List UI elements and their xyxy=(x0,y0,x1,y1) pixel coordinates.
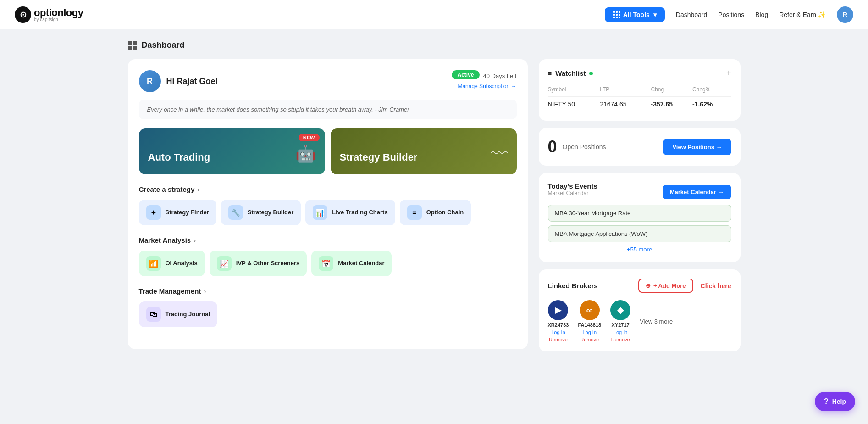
logo-icon: ⊙ xyxy=(15,6,31,23)
broker-login-xy[interactable]: Log In xyxy=(614,329,628,335)
events-subtitle: Market Calendar xyxy=(548,190,597,196)
positions-count: 0 xyxy=(548,137,557,156)
status-badge: Active xyxy=(452,70,479,79)
positions-content: 0 Open Positions View Positions → xyxy=(548,137,731,156)
watchlist-col-ltp: LTP xyxy=(600,84,651,97)
trade-management-header[interactable]: Trade Management › xyxy=(139,287,517,295)
ivp-label: IVP & Other Screeners xyxy=(236,260,300,268)
watchlist-col-symbol: Symbol xyxy=(548,84,600,97)
chevron-down-icon: ▾ xyxy=(653,11,657,18)
user-subscription: Active 40 Days Left Manage Subscription … xyxy=(452,70,516,89)
market-calendar-card[interactable]: 📅 Market Calendar xyxy=(311,251,392,276)
broker-login-xr[interactable]: Log In xyxy=(551,329,565,335)
live-charts-icon: 📊 xyxy=(313,205,327,220)
navbar: ⊙ optionlogy by capitsign All Tools ▾ Da… xyxy=(0,0,868,29)
market-calendar-button[interactable]: Market Calendar → xyxy=(663,185,731,199)
broker-login-fa[interactable]: Log In xyxy=(582,329,597,335)
more-events[interactable]: +55 more xyxy=(548,246,731,253)
robot-icon: 🤖 xyxy=(295,144,316,163)
logo[interactable]: ⊙ optionlogy by capitsign xyxy=(15,6,83,23)
trading-journal-card[interactable]: 🛍 Trading Journal xyxy=(139,301,218,327)
strategy-builder-card[interactable]: Strategy Builder 〰 xyxy=(331,128,517,174)
market-analysis-header[interactable]: Market Analysis › xyxy=(139,236,517,244)
journal-icon: 🛍 xyxy=(146,307,161,322)
market-analysis-label: Market Analysis xyxy=(139,236,191,244)
ivp-screeners-card[interactable]: 📈 IVP & Other Screeners xyxy=(210,251,307,276)
broker-remove-xr[interactable]: Remove xyxy=(549,337,568,342)
new-badge: NEW xyxy=(299,134,320,141)
nav-right: All Tools ▾ Dashboard Positions Blog Ref… xyxy=(605,6,853,23)
oi-analysis-icon: 📶 xyxy=(146,256,161,271)
chart-icon: 〰 xyxy=(491,144,508,163)
nav-positions[interactable]: Positions xyxy=(718,11,744,18)
trade-management-section: Trade Management › 🛍 Trading Journal xyxy=(139,287,517,327)
broker-xy2717: ◆ XY2717 Log In Remove xyxy=(610,300,630,342)
hero-cards: Auto Trading 🤖 NEW Strategy Builder 〰 xyxy=(139,128,517,174)
events-title-block: Today's Events Market Calendar xyxy=(548,182,597,202)
live-trading-charts-card[interactable]: 📊 Live Trading Charts xyxy=(305,200,395,225)
trade-management-arrow: › xyxy=(204,287,206,295)
layout: R Hi Rajat Goel Active 40 Days Left Mana… xyxy=(128,59,741,351)
click-here-label: Click here xyxy=(701,282,731,290)
strategy-builder-tool-card[interactable]: 🔧 Strategy Builder xyxy=(221,200,301,225)
market-analysis-tools: 📶 OI Analysis 📈 IVP & Other Screeners 📅 … xyxy=(139,251,517,276)
create-strategy-arrow: › xyxy=(197,185,199,193)
broker-remove-xy[interactable]: Remove xyxy=(611,337,630,342)
broker-id-xy: XY2717 xyxy=(612,322,630,328)
auto-trading-card[interactable]: Auto Trading 🤖 NEW xyxy=(139,128,325,174)
broker-id-fa: FA148818 xyxy=(578,322,601,328)
strategy-builder-title: Strategy Builder xyxy=(340,151,418,163)
symbol-cell: NIFTY 50 xyxy=(548,97,600,112)
create-strategy-header[interactable]: Create a strategy › xyxy=(139,185,517,193)
market-analysis-arrow: › xyxy=(194,236,196,244)
watchlist-header: ≡ Watchlist + xyxy=(548,68,731,78)
watchlist-title: ≡ Watchlist xyxy=(548,69,593,77)
logo-text: optionlogy by capitsign xyxy=(34,7,83,22)
all-tools-button[interactable]: All Tools ▾ xyxy=(605,7,665,22)
live-indicator xyxy=(589,72,593,75)
broker-fa148818: ∞ FA148818 Log In Remove xyxy=(578,300,601,342)
nav-refer[interactable]: Refer & Earn ✨ xyxy=(779,11,826,18)
plus-icon: ⊕ xyxy=(646,282,651,289)
view-positions-button[interactable]: View Positions → xyxy=(663,139,731,155)
nav-dashboard[interactable]: Dashboard xyxy=(676,11,708,18)
quote-box: Every once in a while, the market does s… xyxy=(139,100,517,119)
event-item-2[interactable]: MBA Mortgage Applications (WoW) xyxy=(548,225,731,242)
add-more-block: ⊕ + Add More Click here xyxy=(638,279,731,293)
events-title: Today's Events xyxy=(548,182,597,190)
watchlist-col-chng: Chng xyxy=(651,84,692,97)
quote-text: Every once in a while, the market does s… xyxy=(147,106,409,113)
page-title: Dashboard xyxy=(142,40,185,50)
strategy-finder-icon: ✦ xyxy=(146,205,161,220)
brokers-title: Linked Brokers xyxy=(548,282,598,290)
add-watchlist-button[interactable]: + xyxy=(726,68,731,78)
nav-blog[interactable]: Blog xyxy=(755,11,768,18)
watchlist-col-chng-pct: Chng% xyxy=(692,84,731,97)
watchlist-row[interactable]: NIFTY 50 21674.65 -357.65 -1.62% xyxy=(548,97,731,112)
manage-subscription-link[interactable]: Manage Subscription → xyxy=(452,83,516,89)
chng-pct-cell: -1.62% xyxy=(692,97,731,112)
create-strategy-section: Create a strategy › ✦ Strategy Finder 🔧 … xyxy=(139,185,517,225)
broker-id-xr: XR24733 xyxy=(548,322,569,328)
event-item-1[interactable]: MBA 30-Year Mortgage Rate xyxy=(548,205,731,222)
broker-logo-xy: ◆ xyxy=(610,300,630,320)
ivp-icon: 📈 xyxy=(217,256,232,271)
positions-label: Open Positions xyxy=(563,143,606,151)
broker-remove-fa[interactable]: Remove xyxy=(580,337,599,342)
option-chain-card[interactable]: ≡ Option Chain xyxy=(400,200,471,225)
chng-cell: -357.65 xyxy=(651,97,692,112)
list-icon: ≡ xyxy=(548,69,552,77)
view-more-brokers[interactable]: View 3 more xyxy=(640,318,673,325)
trade-management-tools: 🛍 Trading Journal xyxy=(139,301,517,327)
strategy-finder-card[interactable]: ✦ Strategy Finder xyxy=(139,200,216,225)
grid-icon xyxy=(613,11,619,18)
avatar[interactable]: R xyxy=(837,6,853,23)
option-chain-icon: ≡ xyxy=(407,205,422,220)
ltp-cell: 21674.65 xyxy=(600,97,651,112)
add-more-button[interactable]: ⊕ + Add More xyxy=(638,279,693,293)
events-header: Today's Events Market Calendar Market Ca… xyxy=(548,182,731,202)
broker-logo-xr: ▶ xyxy=(548,300,568,320)
help-fab[interactable]: ? Help xyxy=(815,392,855,411)
dashboard-icon xyxy=(128,41,137,50)
oi-analysis-card[interactable]: 📶 OI Analysis xyxy=(139,251,205,276)
